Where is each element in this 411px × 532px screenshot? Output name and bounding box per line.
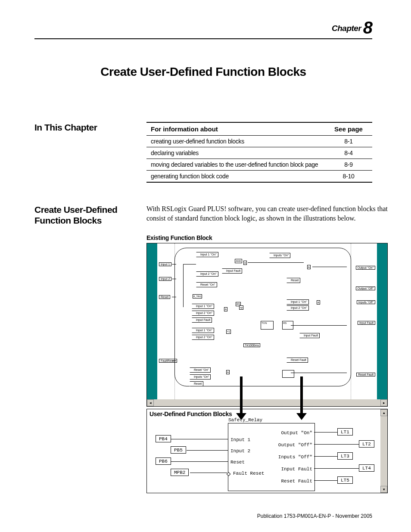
udf-port-in: Fault Reset	[230, 471, 265, 476]
flag: Reset "On"	[196, 282, 217, 287]
chip-amp: &	[243, 261, 247, 265]
timer-const: T#1000ms	[243, 343, 260, 347]
udf-window: User-Defined Function Blocks ▴ ▾ Safety_…	[146, 409, 388, 493]
term-input1: Input 1	[159, 262, 171, 266]
flag: Inputs "On"	[190, 374, 211, 380]
body-text: With RSLogix Guard PLUS! software, you c…	[146, 204, 388, 224]
chip: &	[307, 265, 311, 269]
term-output-on: Output "On"	[356, 266, 375, 270]
term-input2: Input 2	[159, 277, 171, 281]
chip: =1	[226, 330, 231, 334]
figure-caption-existing: Existing Function Block	[146, 234, 388, 241]
chip-sp: sp	[239, 305, 243, 310]
flag: Input 1 "On"	[196, 252, 218, 257]
toc-row: creating user-defined function blocks8-1	[146, 136, 372, 147]
udf-port-in: Input 1	[230, 437, 250, 442]
chip-rtrig: R_TRIG	[193, 294, 202, 299]
udf-port-out: Inputs "Off"	[278, 454, 312, 460]
chapter-number: 8	[363, 18, 372, 37]
io-lt1: LT1	[337, 428, 353, 436]
flag: Input 2 "On"	[286, 305, 309, 311]
udf-port-in: Reset	[230, 460, 245, 465]
flag: Reset Fault	[286, 358, 308, 363]
scroll-up-icon[interactable]: ▴	[380, 409, 387, 416]
io-lt4: LT4	[359, 464, 374, 472]
term-output-off: Output "Off"	[356, 286, 375, 290]
flag: Input 2 "On"	[196, 271, 218, 277]
page-title: Create User-Defined Function Blocks	[34, 65, 372, 79]
scrollbar-horizontal[interactable]: ◂ ▸	[147, 399, 387, 406]
udf-port-out: Output "On"	[281, 430, 312, 436]
io-pb4: PB4	[156, 435, 171, 442]
udf-block: Safety_Relay Input 1 Input 2 Reset Fault…	[228, 423, 315, 491]
udf-port-out: Reset Fault	[281, 479, 312, 484]
io-lt2: LT2	[359, 440, 374, 448]
chip: &	[226, 370, 230, 374]
chip-and: AND	[235, 259, 242, 263]
io-pb6: PB6	[156, 457, 171, 465]
chip	[282, 370, 294, 378]
header-rule	[34, 38, 372, 39]
term-reset-fault: Reset Fault	[356, 373, 375, 376]
io-lt3: LT3	[337, 452, 353, 460]
figure-caption-udf: User-Defined Function Blocks	[149, 411, 232, 417]
section-head-in-this-chapter: In This Chapter	[34, 122, 134, 133]
chip-ton: TON	[261, 321, 274, 330]
udf-port-in: Input 2	[230, 448, 250, 454]
publication-footer: Publication 1753-PM001A-EN-P - November …	[257, 513, 372, 519]
udf-block-title: Safety_Relay	[228, 417, 262, 423]
flag: Inputs "On"	[269, 253, 290, 258]
udf-port-out: Input Fault	[281, 467, 312, 472]
scroll-down-icon[interactable]: ▾	[380, 486, 387, 493]
flag: Input Fault	[222, 268, 242, 274]
io-lt5: LT5	[337, 476, 353, 484]
udf-port-out: Output "Off"	[278, 442, 312, 448]
toc-row: moving declared variables to the user-de…	[146, 159, 372, 171]
existing-fb-window: Input 1 Input 2 Reset FaultReset Output …	[146, 243, 388, 407]
chapter-header: Chapter 8	[34, 18, 372, 37]
flag: Reset "On"	[190, 367, 211, 373]
flag: Input Fault	[192, 317, 212, 323]
flag: Input 2 "On"	[192, 335, 214, 340]
chapter-word: Chapter	[332, 24, 361, 33]
toc-table: For information about See page creating …	[146, 122, 372, 183]
scroll-left-icon[interactable]: ◂	[147, 399, 154, 406]
section-head-create-udf: Create User-Defined Function Blocks	[34, 204, 134, 226]
toc-row: declaring variables8-4	[146, 147, 372, 159]
flag-reset: Reset	[286, 278, 300, 283]
flag: Input 1 "On"	[192, 304, 214, 309]
chip: &	[317, 300, 320, 305]
flag: Input 1 "On"	[286, 299, 309, 305]
io-pb5: PB5	[171, 446, 186, 454]
term-input-fault: Input Fault	[358, 321, 375, 325]
flag-reset2: Reset	[190, 381, 203, 386]
negation-icon	[227, 472, 231, 476]
term-reset: Reset	[159, 295, 170, 299]
flag: Input 2 "On"	[192, 311, 214, 316]
chip: &	[224, 307, 227, 311]
flag: Input 1 "On"	[192, 328, 214, 333]
io-mpb2: MPB2	[171, 469, 189, 476]
toc-row: generating function block code8-10	[146, 171, 372, 183]
term-inputs-off: Inputs "Off"	[357, 300, 375, 304]
toc-head-info: For information about	[146, 122, 325, 136]
toc-head-page: See page	[325, 122, 372, 136]
scroll-right-icon[interactable]: ▸	[380, 399, 387, 406]
scrollbar-vertical[interactable]: ▴ ▾	[380, 409, 387, 493]
flag: Input Fault	[299, 333, 320, 338]
